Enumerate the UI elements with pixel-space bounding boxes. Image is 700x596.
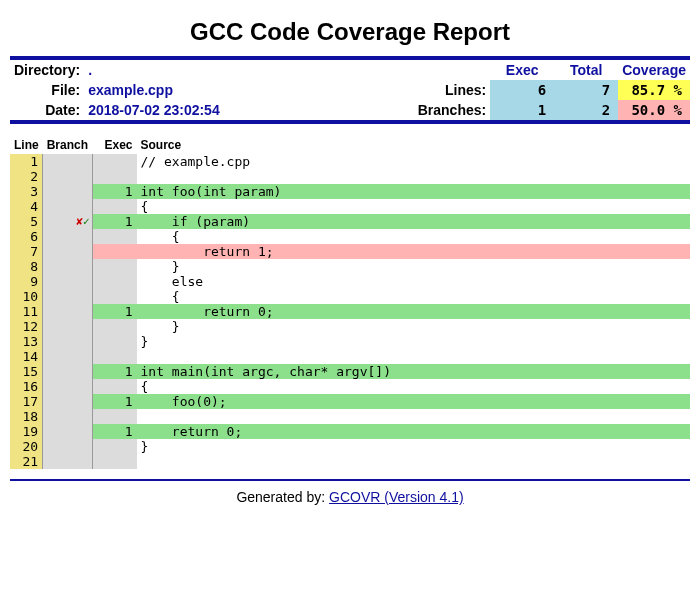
branch-cell <box>43 439 92 454</box>
table-row: 31int foo(int param) <box>10 184 690 199</box>
table-row: 111 return 0; <box>10 304 690 319</box>
col-branch: Branch <box>43 136 92 154</box>
line-number: 21 <box>10 454 43 469</box>
source-line: return 1; <box>137 244 690 259</box>
branch-cell <box>43 454 92 469</box>
source-line: // example.cpp <box>137 154 690 169</box>
source-line: return 0; <box>137 424 690 439</box>
line-number: 8 <box>10 259 43 274</box>
table-row: 9 else <box>10 274 690 289</box>
source-line: if (param) <box>137 214 690 229</box>
col-exec: Exec <box>92 136 137 154</box>
exec-count <box>92 244 137 259</box>
coverage-header-row: Line Branch Exec Source <box>10 136 690 154</box>
table-row: 16{ <box>10 379 690 394</box>
line-number: 18 <box>10 409 43 424</box>
exec-count <box>92 349 137 364</box>
exec-count <box>92 274 137 289</box>
branch-cell <box>43 334 92 349</box>
branch-cell <box>43 184 92 199</box>
source-line <box>137 349 690 364</box>
line-number: 16 <box>10 379 43 394</box>
exec-header: Exec <box>490 60 554 80</box>
source-line: { <box>137 289 690 304</box>
line-number: 3 <box>10 184 43 199</box>
branch-cell: ✘✓ <box>43 214 92 229</box>
total-header: Total <box>554 60 618 80</box>
exec-count <box>92 379 137 394</box>
branch-cell <box>43 289 92 304</box>
lines-total: 7 <box>554 80 618 100</box>
branch-cell <box>43 244 92 259</box>
branches-total: 2 <box>554 100 618 120</box>
table-row: 20} <box>10 439 690 454</box>
branch-cell <box>43 169 92 184</box>
table-row: 8 } <box>10 259 690 274</box>
table-row: 12 } <box>10 319 690 334</box>
branch-cell <box>43 199 92 214</box>
date-value: 2018-07-02 23:02:54 <box>84 100 224 120</box>
exec-count <box>92 289 137 304</box>
branch-miss-icon: ✘ <box>76 215 83 228</box>
source-line: } <box>137 259 690 274</box>
file-label: File: <box>10 80 84 100</box>
directory-label: Directory: <box>10 60 84 80</box>
table-row: 191 return 0; <box>10 424 690 439</box>
branches-coverage: 50.0 % <box>618 100 690 120</box>
exec-count: 1 <box>92 214 137 229</box>
header-table: Directory: . Exec Total Coverage File: e… <box>10 60 690 120</box>
branch-cell <box>43 154 92 169</box>
exec-count <box>92 454 137 469</box>
table-row: 10 { <box>10 289 690 304</box>
source-line: else <box>137 274 690 289</box>
line-number: 6 <box>10 229 43 244</box>
coverage-table: Line Branch Exec Source 1// example.cpp2… <box>10 136 690 469</box>
source-line <box>137 169 690 184</box>
exec-count: 1 <box>92 364 137 379</box>
gcovr-link[interactable]: GCOVR (Version 4.1) <box>329 489 464 505</box>
line-number: 7 <box>10 244 43 259</box>
branches-label: Branches: <box>224 100 491 120</box>
source-line: int foo(int param) <box>137 184 690 199</box>
table-row: 2 <box>10 169 690 184</box>
source-line: foo(0); <box>137 394 690 409</box>
directory-value[interactable]: . <box>84 60 224 80</box>
divider <box>10 120 690 124</box>
line-number: 15 <box>10 364 43 379</box>
source-line: return 0; <box>137 304 690 319</box>
lines-exec: 6 <box>490 80 554 100</box>
line-number: 10 <box>10 289 43 304</box>
exec-count <box>92 439 137 454</box>
table-row: 1// example.cpp <box>10 154 690 169</box>
coverage-header: Coverage <box>618 60 690 80</box>
source-line <box>137 409 690 424</box>
exec-count <box>92 334 137 349</box>
file-value[interactable]: example.cpp <box>84 80 224 100</box>
source-line: } <box>137 319 690 334</box>
table-row: 18 <box>10 409 690 424</box>
branch-cell <box>43 424 92 439</box>
branch-cell <box>43 364 92 379</box>
branch-cell <box>43 304 92 319</box>
col-source: Source <box>137 136 690 154</box>
date-label: Date: <box>10 100 84 120</box>
exec-count <box>92 319 137 334</box>
table-row: 171 foo(0); <box>10 394 690 409</box>
branch-cell <box>43 259 92 274</box>
line-number: 2 <box>10 169 43 184</box>
branch-cell <box>43 409 92 424</box>
exec-count: 1 <box>92 184 137 199</box>
table-row: 6 { <box>10 229 690 244</box>
branch-cell <box>43 379 92 394</box>
branch-cell <box>43 349 92 364</box>
table-row: 21 <box>10 454 690 469</box>
line-number: 19 <box>10 424 43 439</box>
line-number: 4 <box>10 199 43 214</box>
exec-count: 1 <box>92 424 137 439</box>
divider <box>10 479 690 481</box>
line-number: 9 <box>10 274 43 289</box>
footer-prefix: Generated by: <box>236 489 329 505</box>
line-number: 17 <box>10 394 43 409</box>
table-row: 5✘✓1 if (param) <box>10 214 690 229</box>
source-line: { <box>137 229 690 244</box>
